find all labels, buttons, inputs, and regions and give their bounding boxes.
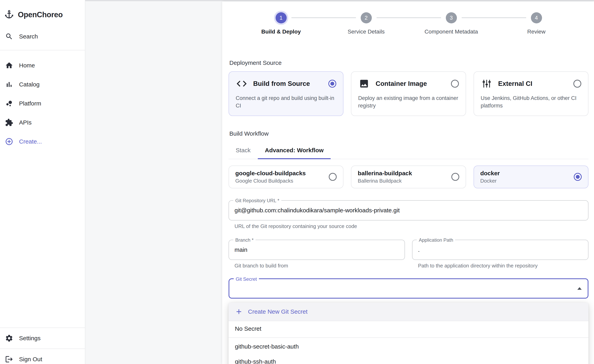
create-new-git-secret-label: Create New Git Secret [248,308,308,315]
step-label: Component Metadata [425,29,478,35]
git-secret-menu: Create New Git Secret No Secret github-s… [229,303,588,364]
sidebar-item-sign-out[interactable]: Sign Out [0,349,85,364]
platform-icon [5,99,14,108]
stepper-step-service-details: 2 Service Details [324,12,409,35]
workflow-option-subtitle: Google Cloud Buildpacks [235,178,306,184]
workflow-option-title: ballerina-buildpack [358,170,412,177]
sidebar-item-label: Search [19,33,38,40]
deployment-option-title: Container Image [376,80,445,87]
application-path-label: Application Path [417,237,455,243]
sidebar-item-platform[interactable]: Platform [0,94,85,113]
create-icon [5,137,14,146]
workflow-option-title: docker [480,170,500,177]
build-workflow-heading: Build Workflow [229,130,588,137]
sidebar-item-apis[interactable]: APIs [0,113,85,132]
branch-input[interactable] [235,246,399,253]
stepper-connector [291,17,356,18]
menu-item-github-secret-basic-auth[interactable]: github-secret-basic-auth [229,339,588,354]
workflow-option-title: google-cloud-buildpacks [235,170,306,177]
sidebar-item-label: APIs [19,119,32,126]
stepper-step-component-metadata: 3 Component Metadata [409,12,494,35]
deployment-option-build-from-source[interactable]: Build from Source Connect a git repo and… [229,71,344,116]
application-path-field: Application Path [412,240,588,260]
stepper-connector [462,17,526,18]
git-secret-select[interactable]: Git Secret [229,278,588,298]
catalog-icon [5,80,14,89]
sidebar-item-label: Settings [19,335,40,342]
tab-stack[interactable]: Stack [229,142,258,159]
application-path-input[interactable] [418,246,582,253]
build-workflow-options: google-cloud-buildpacks Google Cloud Bui… [229,165,588,188]
stepper-connector [377,17,441,18]
page-root: { "colors": { "primary": "#5b5fc7", "ste… [0,0,594,364]
dropdown-arrow-icon[interactable] [577,287,582,290]
git-repository-url-input[interactable] [235,207,582,214]
step-label: Review [527,29,546,35]
step-number-badge: 3 [446,12,457,23]
deployment-source-heading: Deployment Source [229,60,588,66]
branch-path-row: Branch * Git branch to build from Applic… [229,240,588,269]
app-title: OpenChoreo [18,11,63,19]
sidebar-item-label: Home [19,62,35,69]
workflow-option-docker[interactable]: docker Docker [473,165,588,188]
deployment-option-description: Deploy an existing image from a containe… [358,94,459,110]
menu-divider [229,338,588,338]
tab-advanced-workflow[interactable]: Advanced: Workflow [258,142,331,159]
branch-label: Branch * [233,237,256,243]
stepper-step-build-deploy: 1 Build & Deploy [238,12,324,35]
step-number-badge: 2 [361,12,372,23]
sign-out-icon [5,355,14,364]
sidebar-item-home[interactable]: Home [0,56,85,75]
home-icon [5,61,14,70]
deployment-option-title: External CI [498,80,568,87]
create-component-panel: 1 Build & Deploy 2 Service Details 3 Com… [222,2,594,364]
deployment-option-external-ci[interactable]: External CI Use Jenkins, GitHub Actions,… [473,71,588,116]
plus-icon [235,308,243,316]
sidebar-item-label: Platform [19,100,41,107]
git-secret-label: Git Secret [234,276,259,282]
branch-field: Branch * [229,240,405,260]
openchoreo-logo-icon [4,10,14,20]
deployment-option-container-image[interactable]: Container Image Deploy an existing image… [351,71,466,116]
sidebar-item-label: Sign Out [19,356,42,363]
radio-build-from-source[interactable] [328,80,336,88]
workflow-option-subtitle: Ballerina Buildpack [358,178,412,184]
sidebar-item-settings[interactable]: Settings [0,328,85,349]
app-logo: OpenChoreo [0,0,85,27]
image-icon [358,78,370,90]
step-number-badge: 4 [531,12,542,23]
settings-icon [5,334,14,343]
application-path-helper: Path to the application directory within… [418,263,588,269]
build-workflow-tabs: Stack Advanced: Workflow [229,142,588,159]
step-label: Service Details [348,29,385,35]
sidebar-item-label: Create... [19,138,42,145]
stepper-step-review: 4 Review [494,12,579,35]
menu-item-no-secret[interactable]: No Secret [229,321,588,336]
sidebar-item-search[interactable]: Search [0,27,85,46]
git-repository-url-helper: URL of the Git repository containing you… [235,223,588,229]
radio-ballerina-buildpack[interactable] [451,173,459,181]
sidebar-item-create[interactable]: Create... [0,132,85,151]
git-repository-url-label: Git Repository URL * [233,198,281,203]
sidebar: OpenChoreo Search Home Catalog Plat [0,0,85,364]
sidebar-item-catalog[interactable]: Catalog [0,75,85,94]
step-label: Build & Deploy [261,29,301,35]
apis-icon [5,118,14,127]
radio-docker[interactable] [574,173,582,181]
workflow-option-google-cloud-buildpacks[interactable]: google-cloud-buildpacks Google Cloud Bui… [229,165,344,188]
deployment-source-options: Build from Source Connect a git repo and… [229,71,588,116]
menu-item-github-ssh-auth[interactable]: github-ssh-auth [229,354,588,364]
radio-google-cloud-buildpacks[interactable] [329,173,337,181]
code-icon [236,78,248,90]
top-border [85,0,594,1]
search-icon [5,32,14,41]
workflow-option-ballerina-buildpack[interactable]: ballerina-buildpack Ballerina Buildpack [351,165,466,188]
step-number-badge: 1 [276,12,287,23]
radio-external-ci[interactable] [573,80,581,88]
menu-item-create-new-git-secret[interactable]: Create New Git Secret [229,303,588,321]
sliders-icon [481,78,493,90]
deployment-option-title: Build from Source [253,80,323,87]
workflow-option-subtitle: Docker [480,178,500,184]
radio-container-image[interactable] [451,80,459,88]
branch-helper: Git branch to build from [235,263,405,269]
